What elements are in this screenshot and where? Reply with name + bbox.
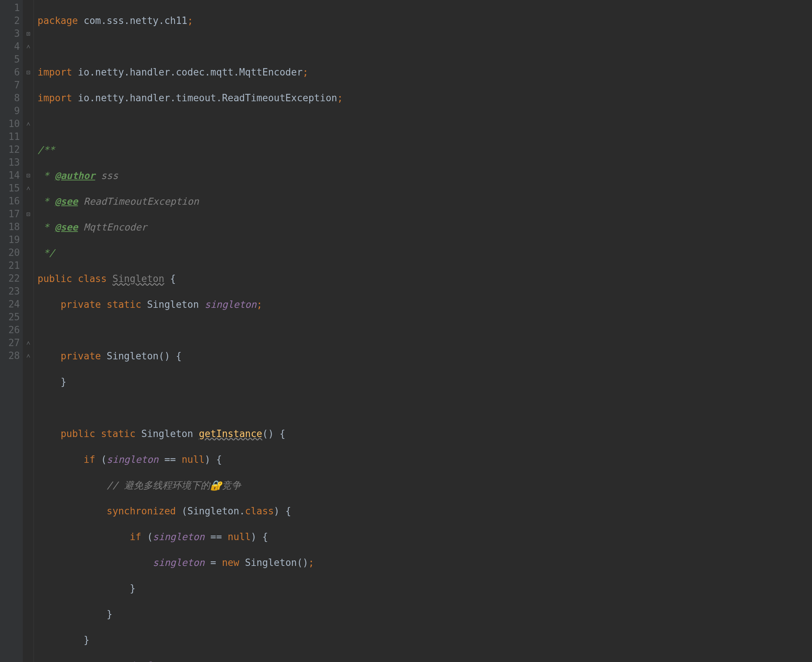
line-number[interactable]: 9 [5, 104, 20, 117]
line-number[interactable]: 27 [5, 336, 20, 349]
line-number[interactable]: 11 [5, 130, 20, 143]
fold-marker [23, 324, 34, 336]
code-line: if (singleton == null) { [37, 530, 812, 543]
line-number[interactable]: 20 [5, 246, 20, 259]
code-line: public class Singleton { [37, 272, 812, 285]
code-line: singleton = new Singleton(); [37, 556, 812, 569]
line-number[interactable]: 10 [5, 117, 20, 130]
fold-marker [23, 53, 34, 66]
code-line: * @see ReadTimeoutException [37, 195, 812, 208]
line-number[interactable]: 17 [5, 208, 20, 220]
line-number[interactable]: 4 [5, 40, 20, 53]
fold-collapse-icon[interactable] [23, 349, 34, 362]
code-line: package com.sss.netty.ch11; [37, 14, 812, 27]
fold-marker [23, 92, 34, 104]
line-number[interactable]: 18 [5, 220, 20, 233]
code-line: } [37, 608, 812, 621]
fold-collapse-icon[interactable] [23, 40, 34, 53]
fold-expand-icon[interactable] [23, 208, 34, 220]
fold-collapse-icon[interactable] [23, 117, 34, 130]
line-number[interactable]: 14 [5, 169, 20, 182]
line-number-gutter: 1 2 3 4 5 6 7 8 9 10 11 12 13 14 15 16 1… [0, 0, 23, 662]
fold-marker [23, 14, 34, 27]
fold-marker [23, 233, 34, 246]
line-number[interactable]: 1 [5, 2, 20, 14]
fold-marker [23, 156, 34, 169]
code-line [37, 402, 812, 415]
fold-marker [23, 298, 34, 311]
fold-marker [23, 259, 34, 272]
code-line: } [37, 376, 812, 389]
code-line [37, 117, 812, 130]
line-number[interactable]: 13 [5, 156, 20, 169]
code-line: return singleton; [37, 659, 812, 662]
code-line: } [37, 634, 812, 646]
line-number[interactable]: 12 [5, 143, 20, 156]
code-line: synchronized (Singleton.class) { [37, 505, 812, 518]
fold-expand-icon[interactable] [23, 27, 34, 40]
fold-marker [23, 285, 34, 298]
line-number[interactable]: 3 [5, 27, 20, 40]
fold-marker [23, 272, 34, 285]
fold-marker [23, 104, 34, 117]
code-line: import io.netty.handler.codec.mqtt.MqttE… [37, 66, 812, 79]
line-number[interactable]: 24 [5, 298, 20, 311]
line-number[interactable]: 28 [5, 349, 20, 362]
code-line: * @author sss [37, 169, 812, 182]
fold-marker [23, 2, 34, 14]
line-number[interactable]: 8 [5, 92, 20, 104]
fold-collapse-icon[interactable] [23, 336, 34, 349]
line-number[interactable]: 6 [5, 66, 20, 79]
fold-column [23, 0, 34, 662]
code-line: private static Singleton singleton; [37, 298, 812, 311]
line-number[interactable]: 5 [5, 53, 20, 66]
fold-marker [23, 220, 34, 233]
code-line: } [37, 582, 812, 595]
code-editor: 1 2 3 4 5 6 7 8 9 10 11 12 13 14 15 16 1… [0, 0, 812, 662]
line-number[interactable]: 21 [5, 259, 20, 272]
fold-marker [23, 143, 34, 156]
fold-expand-icon[interactable] [23, 169, 34, 182]
fold-marker [23, 311, 34, 324]
line-number[interactable]: 2 [5, 14, 20, 27]
code-line: import io.netty.handler.timeout.ReadTime… [37, 92, 812, 104]
code-line [37, 324, 812, 337]
code-line: */ [37, 247, 812, 260]
line-number[interactable]: 19 [5, 233, 20, 246]
code-line [37, 40, 812, 53]
fold-marker [23, 79, 34, 92]
fold-marker [23, 246, 34, 259]
code-line: * @see MqttEncoder [37, 221, 812, 234]
fold-collapse-icon[interactable] [23, 182, 34, 195]
line-number[interactable]: 22 [5, 272, 20, 285]
code-line: if (singleton == null) { [37, 453, 812, 466]
line-number[interactable]: 15 [5, 182, 20, 195]
line-number[interactable]: 7 [5, 79, 20, 92]
code-line: // 避免多线程环境下的🔐竞争 [37, 479, 812, 492]
fold-expand-icon[interactable] [23, 66, 34, 79]
fold-marker [23, 130, 34, 143]
fold-marker [23, 195, 34, 208]
line-number[interactable]: 26 [5, 324, 20, 336]
code-line: public static Singleton getInstance() { [37, 427, 812, 440]
line-number[interactable]: 25 [5, 311, 20, 324]
line-number[interactable]: 16 [5, 195, 20, 208]
line-number[interactable]: 23 [5, 285, 20, 298]
code-line: private Singleton() { [37, 350, 812, 363]
code-area[interactable]: package com.sss.netty.ch11; import io.ne… [34, 0, 812, 662]
code-line: /** [37, 144, 812, 156]
